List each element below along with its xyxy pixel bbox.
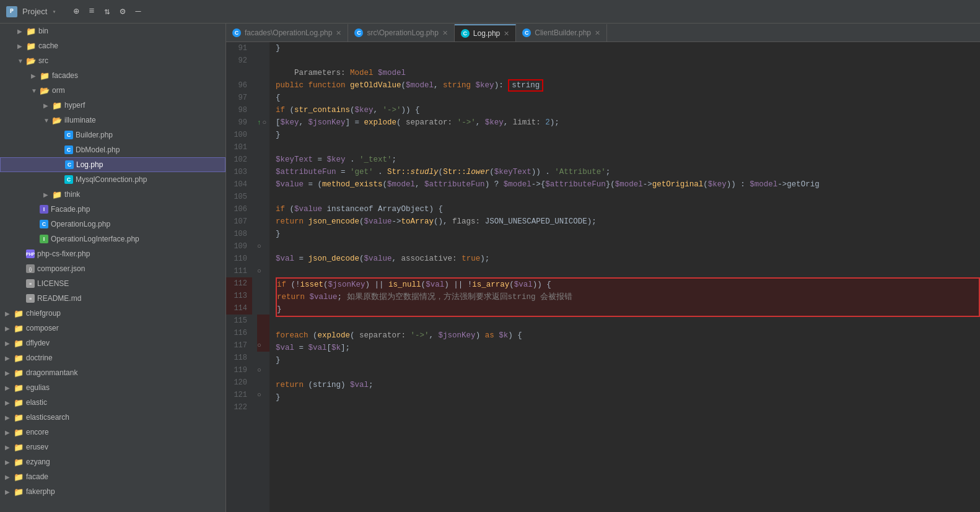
sidebar-item-orm[interactable]: ▼ 📂 orm (0, 83, 225, 98)
sidebar-label-dragonmantank: dragonmantank (26, 368, 77, 377)
list-icon[interactable]: ≡ (89, 6, 95, 17)
tree-arrow-fakerphp: ▶ (5, 488, 14, 495)
tree-arrow-cache: ▶ (17, 43, 26, 50)
code-line-119 (276, 367, 980, 379)
sidebar-item-elastic[interactable]: ▶ 📁 elastic (0, 395, 225, 410)
sidebar-item-erusev[interactable]: ▶ 📁 erusev (0, 440, 225, 454)
sidebar-item-facades[interactable]: ▶ 📁 facades (0, 68, 225, 83)
sidebar-item-readme[interactable]: ▶ ≡ README.md (0, 291, 225, 306)
main-layout: ▶ 📁 bin ▶ 📁 cache ▼ 📂 src ▶ 📁 facades ▼ … (0, 24, 980, 512)
sidebar-item-think[interactable]: ▶ 📁 think (0, 187, 225, 202)
tab-label-logphp: Log.php (473, 29, 500, 38)
ln-103: 103 (226, 166, 252, 178)
project-icon: P (6, 6, 17, 17)
ln-param (226, 67, 252, 79)
code-line-120: return (string) $val; (276, 379, 980, 391)
sidebar-item-chiefgroup[interactable]: ▶ 📁 chiefgroup (0, 306, 225, 321)
sidebar-label-operationlog: OperationLog.php (51, 220, 110, 228)
sidebar-label-facade: Facade.php (51, 205, 90, 214)
code-line-96: public function getOldValue($model, stri… (276, 79, 980, 92)
sidebar-item-logphp[interactable]: ▶ C Log.php (0, 157, 225, 172)
tab-label-clientbuilder: ClientBuilder.php (535, 28, 591, 37)
sort-icon[interactable]: ⇅ (105, 6, 110, 17)
folder-icon-facades: 📁 (40, 71, 50, 80)
sidebar-item-operationlog[interactable]: ▶ C OperationLog.php (0, 217, 225, 232)
file-icon-builder: C (64, 131, 73, 139)
ln-111: 111 (226, 265, 252, 277)
title-bar: P Project ▾ ⊕ ≡ ⇅ ⚙ — (0, 0, 980, 24)
title-bar-icons: ⊕ ≡ ⇅ ⚙ — (74, 6, 141, 17)
tree-arrow-orm: ▼ (31, 87, 40, 94)
sidebar-item-composer[interactable]: ▶ 📁 composer (0, 321, 225, 336)
file-icon-operationloginterface: I (40, 235, 48, 243)
sidebar-item-fakerphp[interactable]: ▶ 📁 fakerphp (0, 484, 225, 499)
sidebar-item-mysqlconnection[interactable]: ▶ C MysqlConnection.php (0, 172, 225, 187)
sidebar-label-facades: facades (52, 71, 78, 80)
code-line-118: } (276, 354, 980, 367)
settings-icon[interactable]: ⚙ (120, 6, 126, 17)
tree-arrow-dragonmantank: ▶ (5, 370, 14, 376)
sidebar-item-phpcs[interactable]: ▶ PHP php-cs-fixer.php (0, 246, 225, 261)
code-line-101 (276, 141, 980, 154)
tab-dot-facades-operationlog: C (232, 28, 241, 37)
tab-clientbuilder[interactable]: C ClientBuilder.php ✕ (516, 24, 607, 41)
sidebar-item-license[interactable]: ▶ ≡ LICENSE (0, 276, 225, 291)
code-line-115 (276, 317, 980, 329)
code-line-106: if ($value instanceof ArrayObject) { (276, 203, 980, 215)
tree-arrow-doctrine: ▶ (5, 355, 14, 362)
sidebar-label-logphp: Log.php (76, 160, 103, 169)
project-dropdown-arrow[interactable]: ▾ (52, 8, 56, 15)
sidebar-item-operationloginterface[interactable]: ▶ I OperationLogInterface.php (0, 232, 225, 246)
ln-116: 116 (226, 327, 252, 339)
tab-close-src-operationlog[interactable]: ✕ (442, 29, 448, 37)
tab-facades-operationlog[interactable]: C facades\OperationLog.php ✕ (226, 24, 348, 41)
code-area[interactable]: 91 92 96 97 98 99 100 101 102 103 104 10… (226, 42, 980, 512)
add-config-icon[interactable]: ⊕ (74, 6, 79, 17)
tab-close-clientbuilder[interactable]: ✕ (595, 29, 600, 37)
ln-110: 110 (226, 253, 252, 265)
code-line-107: return json_encode($value->toArray(), fl… (276, 215, 980, 228)
ln-106: 106 (226, 203, 252, 215)
folder-icon-doctrine: 📁 (14, 354, 24, 362)
sidebar-label-hyperf: hyperf (64, 101, 85, 110)
code-line-100: } (276, 129, 980, 141)
sidebar-item-ezyang[interactable]: ▶ 📁 ezyang (0, 454, 225, 469)
folder-icon-cache: 📁 (26, 41, 36, 50)
tab-src-operationlog[interactable]: C src\OperationLog.php ✕ (348, 24, 454, 41)
sidebar-item-dragonmantank[interactable]: ▶ 📁 dragonmantank (0, 365, 225, 380)
code-line-92 (276, 54, 980, 67)
sidebar-item-encore[interactable]: ▶ 📁 encore (0, 425, 225, 440)
folder-icon-fakerphp: 📁 (14, 487, 24, 496)
tree-arrow-hyperf: ▶ (43, 102, 52, 109)
sidebar-item-doctrine[interactable]: ▶ 📁 doctrine (0, 350, 225, 365)
sidebar-item-dbmodel[interactable]: ▶ C DbModel.php (0, 142, 225, 157)
sidebar-item-illuminate[interactable]: ▼ 📂 illuminate (0, 113, 225, 128)
code-line-param: Parameters: Model $model (276, 67, 980, 79)
gutter-fold-114: ○ (257, 339, 261, 352)
code-line-121: } (276, 391, 980, 404)
ln-122: 122 (226, 401, 252, 414)
sidebar-item-facade[interactable]: ▶ I Facade.php (0, 202, 225, 217)
sidebar-label-facade-root: facade (26, 472, 48, 481)
minimize-icon[interactable]: — (136, 6, 141, 17)
sidebar-item-elasticsearch[interactable]: ▶ 📁 elasticsearch (0, 410, 225, 425)
tree-arrow-src: ▼ (17, 58, 26, 64)
tab-close-facades-operationlog[interactable]: ✕ (336, 29, 341, 37)
sidebar-item-cache[interactable]: ▶ 📁 cache (0, 38, 225, 53)
sidebar-item-facade-root[interactable]: ▶ 📁 facade (0, 469, 225, 484)
tab-bar: C facades\OperationLog.php ✕ C src\Opera… (226, 24, 980, 42)
sidebar-item-bin[interactable]: ▶ 📁 bin (0, 24, 225, 38)
sidebar-item-composerjson[interactable]: ▶ {} composer.json (0, 261, 225, 276)
sidebar-item-builder[interactable]: ▶ C Builder.php (0, 128, 225, 142)
file-icon-logphp: C (65, 160, 74, 169)
line-numbers: 91 92 96 97 98 99 100 101 102 103 104 10… (226, 42, 257, 512)
sidebar-item-hyperf[interactable]: ▶ 📁 hyperf (0, 98, 225, 113)
sidebar-item-dflydev[interactable]: ▶ 📁 dflydev (0, 336, 225, 350)
tab-logphp[interactable]: C Log.php ✕ (455, 24, 516, 41)
sidebar-item-egulias[interactable]: ▶ 📁 egulias (0, 380, 225, 395)
sidebar-item-src[interactable]: ▼ 📂 src (0, 53, 225, 68)
code-line-108: } (276, 228, 980, 240)
tab-close-logphp[interactable]: ✕ (504, 30, 509, 38)
sidebar-label-cache: cache (38, 41, 58, 50)
gutter-fold-106: ○ (257, 240, 261, 253)
